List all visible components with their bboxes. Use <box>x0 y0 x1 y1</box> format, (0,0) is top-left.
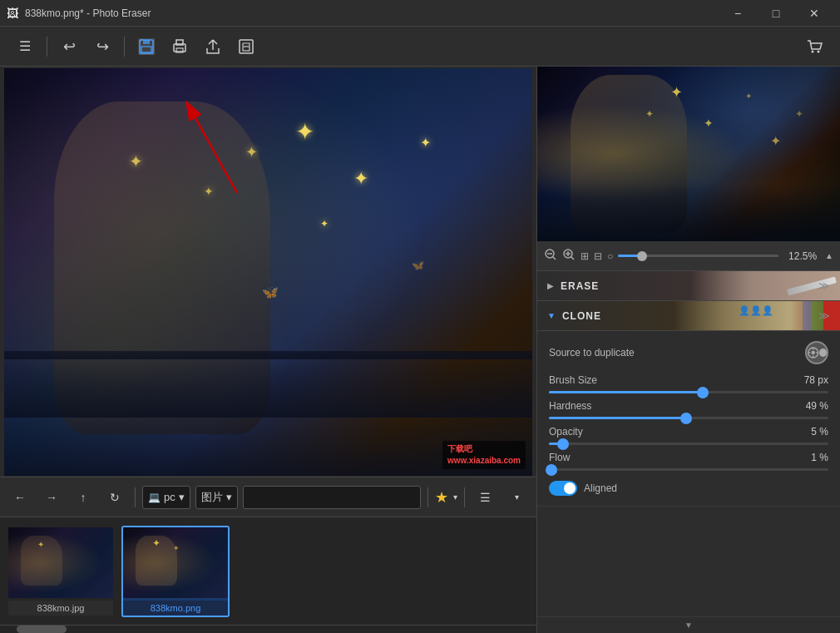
sort-chevron-button[interactable]: ▾ <box>503 484 530 511</box>
sort-chevron-icon: ▾ <box>515 492 519 502</box>
zoom-in-icon[interactable] <box>562 248 576 264</box>
scroll-down-icon: ▼ <box>684 621 693 630</box>
reset-icon[interactable]: ○ <box>607 250 613 262</box>
cart-button[interactable] <box>800 32 830 62</box>
brush-size-track[interactable] <box>549 391 828 393</box>
share-button[interactable] <box>198 32 228 62</box>
brush-size-fill <box>549 391 703 393</box>
print-button[interactable] <box>165 32 195 62</box>
flow-thumb[interactable] <box>546 464 557 476</box>
thumb-label-2: 838kmo.png <box>123 601 228 616</box>
thumbnail-1[interactable]: ✦ 838kmo.jpg <box>7 526 115 617</box>
svg-line-16 <box>571 257 575 260</box>
up-button[interactable]: ↑ <box>70 484 96 511</box>
hardness-slider[interactable] <box>549 417 828 419</box>
opacity-slider[interactable] <box>549 443 828 445</box>
back-icon: ← <box>14 491 26 504</box>
flow-track[interactable] <box>549 468 828 471</box>
opacity-thumb[interactable] <box>557 438 569 450</box>
drive-icon: 💻 <box>148 492 161 503</box>
svg-rect-1 <box>143 40 150 44</box>
print-icon <box>170 37 189 56</box>
sort-icon: ☰ <box>480 491 491 504</box>
hardness-track[interactable] <box>549 417 828 419</box>
window-title: 838kmo.png* - Photo Eraser <box>25 7 151 19</box>
opacity-control: Opacity 5 % <box>549 426 828 445</box>
title-bar-left: 🖼 838kmo.png* - Photo Eraser <box>7 7 151 20</box>
clone-panel: ▼ CLONE 👤👤👤 ≫ <box>537 301 840 507</box>
brush-size-slider[interactable] <box>549 391 828 393</box>
thumbnail-2[interactable]: ✦ ✦ 838kmo.png <box>121 526 230 617</box>
flow-slider[interactable] <box>549 468 828 471</box>
butterfly-1: 🦋 <box>262 284 279 300</box>
hardness-label: Hardness <box>549 400 795 412</box>
path-drive-selector[interactable]: 💻 pc ▾ <box>142 486 190 509</box>
sparkle-1: ✦ <box>295 118 314 146</box>
refresh-button[interactable]: ↻ <box>101 484 128 511</box>
watermark: 下载吧www.xiazaiba.com <box>442 441 526 469</box>
path-input[interactable] <box>243 486 421 509</box>
butterfly-2: 🦋 <box>412 260 424 271</box>
undo-icon: ↩ <box>63 37 76 56</box>
clone-panel-header[interactable]: ▼ CLONE 👤👤👤 ≫ <box>537 301 840 331</box>
folder-selector[interactable]: 图片 ▾ <box>195 486 238 509</box>
hardness-row: Hardness 49 % <box>549 400 828 412</box>
maximize-button[interactable]: □ <box>757 0 795 27</box>
fit-icon[interactable]: ⊞ <box>581 250 589 262</box>
source-picker[interactable] <box>805 341 828 364</box>
clone-panel-title: CLONE <box>562 310 601 322</box>
main-image[interactable]: ✦ ✦ ✦ ✦ ✦ ✦ ✦ 🦋 🦋 <box>4 68 532 476</box>
drive-chevron: ▾ <box>179 491 185 503</box>
right-panel-spacer <box>537 507 840 616</box>
favorite-button[interactable]: ★ <box>435 488 448 507</box>
toggle-knob <box>564 482 576 494</box>
erase-chevron-icon: ▶ <box>547 281 554 290</box>
hardness-thumb[interactable] <box>680 413 692 424</box>
back-button[interactable]: ← <box>7 484 33 511</box>
canvas-wrapper[interactable]: ✦ ✦ ✦ ✦ ✦ ✦ ✦ 🦋 🦋 <box>0 67 536 477</box>
forward-button[interactable]: → <box>38 484 65 511</box>
redo-button[interactable]: ↪ <box>87 32 117 62</box>
title-bar: 🖼 838kmo.png* - Photo Eraser − □ ✕ <box>0 0 840 27</box>
zoom-slider[interactable] <box>618 255 778 257</box>
nav-separator-2 <box>427 487 428 507</box>
opacity-track[interactable] <box>549 443 828 445</box>
svg-point-9 <box>818 50 820 52</box>
flow-value: 1 % <box>795 452 828 463</box>
clone-expand-icon[interactable]: ≫ <box>818 309 830 322</box>
hardness-control: Hardness 49 % <box>549 400 828 419</box>
close-button[interactable]: ✕ <box>795 0 833 27</box>
fill-icon[interactable]: ⊟ <box>594 250 602 262</box>
zoom-thumb[interactable] <box>637 251 647 261</box>
source-row: Source to duplicate <box>549 341 828 364</box>
erase-expand-icon[interactable]: ≫ <box>818 279 830 292</box>
zoom-out-icon[interactable] <box>544 248 557 264</box>
redo-icon: ↪ <box>96 37 109 56</box>
sort-button[interactable]: ☰ <box>472 484 498 511</box>
erase-panel-header[interactable]: ▶ ERASE ≫ <box>537 271 840 301</box>
toolbar: ☰ ↩ ↪ ⬛ <box>0 27 840 67</box>
minimize-button[interactable]: − <box>719 0 757 27</box>
brush-size-control: Brush Size 78 px <box>549 374 828 393</box>
svg-point-8 <box>812 50 814 52</box>
hardness-value: 49 % <box>795 400 828 412</box>
share-icon <box>204 37 222 56</box>
export-button[interactable] <box>231 32 261 62</box>
clone-thumbnail: 👤👤👤 <box>674 301 840 330</box>
clone-chevron-icon: ▼ <box>547 311 556 320</box>
undo-button[interactable]: ↩ <box>54 32 84 62</box>
main-layout: ✦ ✦ ✦ ✦ ✦ ✦ ✦ 🦋 🦋 <box>0 67 840 633</box>
flow-control: Flow 1 % <box>549 452 828 471</box>
brush-size-thumb[interactable] <box>697 387 709 398</box>
scroll-thumb[interactable] <box>17 626 67 633</box>
clone-controls: Source to duplicate <box>537 331 840 507</box>
sparkle-6: ✦ <box>320 218 329 230</box>
svg-rect-2 <box>141 47 151 52</box>
aligned-toggle[interactable] <box>549 481 577 496</box>
panel-scroll-down[interactable]: ▼ <box>537 616 840 633</box>
menu-button[interactable]: ☰ <box>10 32 40 62</box>
panel-collapse-icon[interactable]: ▲ <box>825 251 833 260</box>
erase-panel: ▶ ERASE ≫ <box>537 271 840 301</box>
save-button[interactable]: ⬛ <box>131 32 161 62</box>
horizontal-scrollbar[interactable] <box>0 625 536 633</box>
